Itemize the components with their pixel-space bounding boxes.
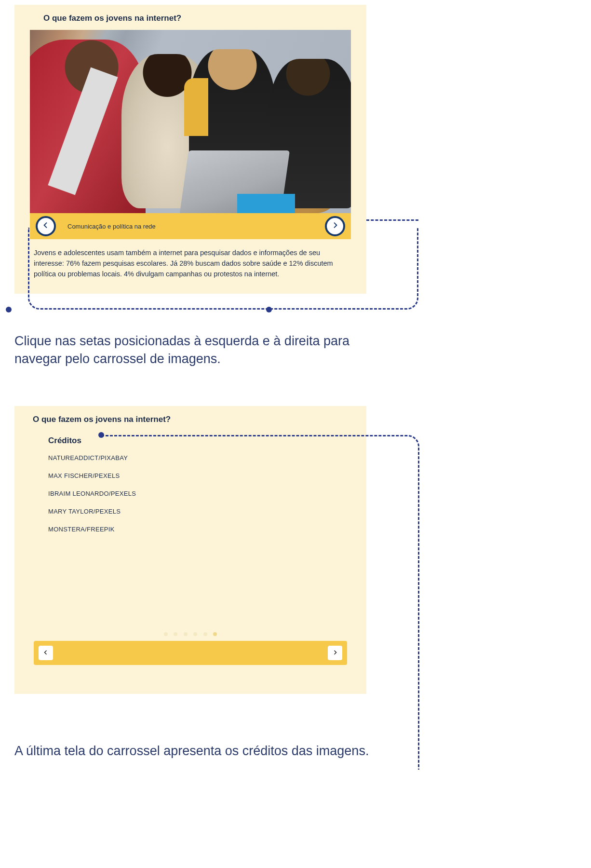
carousel-pager	[14, 629, 366, 638]
carousel-title: O que fazem os jovens na internet?	[14, 5, 366, 30]
callout-connector	[366, 219, 418, 221]
pager-dot-active[interactable]	[213, 632, 217, 636]
credit-item: MONSTERA/FREEPIK	[48, 526, 337, 533]
carousel-image	[30, 30, 351, 213]
carousel-caption-bar	[34, 641, 347, 665]
chevron-left-icon	[43, 649, 49, 657]
carousel-card-1: O que fazem os jovens na internet? Comun…	[14, 5, 366, 294]
pager-dot[interactable]	[164, 632, 168, 636]
instruction-callout-1: Clique nas setas posicionadas à esquerda…	[14, 332, 381, 367]
credit-item: MARY TAYLOR/PEXELS	[48, 508, 337, 515]
pager-dot[interactable]	[184, 632, 188, 636]
carousel-description: Jovens e adolescentes usam também a inte…	[14, 239, 366, 279]
credit-item: NATUREADDICT/PIXABAY	[48, 454, 337, 461]
credits-block: Créditos NATUREADDICT/PIXABAY MAX FISCHE…	[14, 431, 366, 533]
carousel-next-button[interactable]	[325, 216, 345, 236]
pager-dot[interactable]	[203, 632, 207, 636]
connector-dot	[266, 307, 272, 312]
carousel-caption-bar: Comunicação e política na rede	[30, 213, 351, 239]
pager-dot[interactable]	[193, 632, 197, 636]
carousel-card-2: O que fazem os jovens na internet? Crédi…	[14, 406, 366, 694]
carousel-prev-button[interactable]	[39, 646, 53, 660]
chevron-right-icon	[331, 221, 339, 231]
carousel-prev-button[interactable]	[36, 216, 56, 236]
chevron-left-icon	[42, 221, 50, 231]
section-carousel-example-2: O que fazem os jovens na internet? Crédi…	[0, 406, 591, 760]
chevron-right-icon	[332, 649, 338, 657]
credits-heading: Créditos	[48, 436, 337, 446]
pager-dot[interactable]	[174, 632, 177, 636]
carousel-title: O que fazem os jovens na internet?	[14, 406, 366, 431]
carousel-caption: Comunicação e política na rede	[67, 223, 156, 230]
section-carousel-example-1: O que fazem os jovens na internet? Comun…	[0, 5, 591, 367]
instruction-callout-2: A última tela do carrossel apresenta os …	[14, 742, 458, 760]
credit-item: MAX FISCHER/PEXELS	[48, 472, 337, 479]
carousel-next-button[interactable]	[328, 646, 342, 660]
figure-clothing	[237, 194, 295, 213]
connector-dot	[6, 307, 12, 312]
credit-item: IBRAIM LEONARDO/PEXELS	[48, 490, 337, 497]
